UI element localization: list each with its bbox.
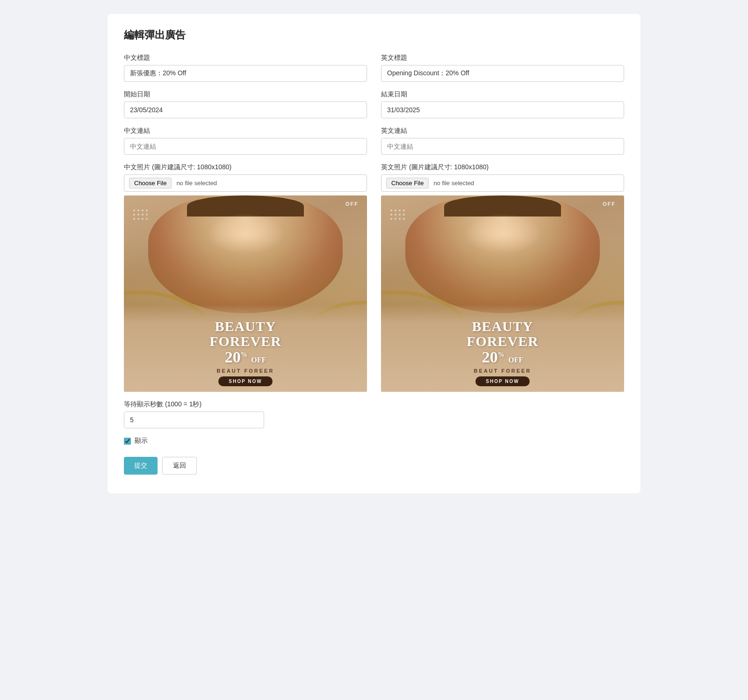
delay-label: 等待顯示秒數 (1000 = 1秒) — [124, 400, 624, 409]
chinese-photo-label: 中文照片 (圖片建議尺寸: 1080x1080) — [124, 163, 367, 172]
eng-dots-decoration — [390, 209, 405, 222]
chinese-no-file-text: no file selected — [176, 180, 217, 187]
delay-input[interactable] — [124, 411, 264, 428]
show-checkbox-label[interactable]: 顯示 — [135, 437, 148, 445]
english-title-input[interactable] — [381, 65, 624, 82]
photo-row: 中文照片 (圖片建議尺寸: 1080x1080) Choose File no … — [124, 163, 624, 392]
eng-ad-main-line1: BEAUTY — [381, 319, 624, 334]
ad-main-line1: BEAUTY — [124, 319, 367, 334]
back-button[interactable]: 返回 — [162, 457, 197, 475]
english-choose-file-button[interactable]: Choose File — [386, 178, 429, 188]
ad-percent: 20% OFF — [124, 348, 367, 366]
english-file-wrapper: Choose File no file selected — [381, 174, 624, 192]
eng-ad-subtitle: BEAUT FOREER — [381, 368, 624, 374]
english-photo-col: 英文照片 (圖片建議尺寸: 1080x1080) Choose File no … — [381, 163, 624, 392]
delay-input-wrapper — [124, 411, 264, 428]
english-photo-label: 英文照片 (圖片建議尺寸: 1080x1080) — [381, 163, 624, 172]
chinese-ad-mockup: OFF BEAUTY FOREVER 20% — [124, 195, 367, 392]
submit-button[interactable]: 提交 — [124, 457, 158, 475]
end-date-label: 結束日期 — [381, 90, 624, 99]
delay-section: 等待顯示秒數 (1000 = 1秒) — [124, 400, 624, 428]
eng-ad-shop-btn: SHOP NOW — [475, 376, 529, 386]
chinese-image-preview: OFF BEAUTY FOREVER 20% — [124, 195, 367, 392]
date-row: 開始日期 結束日期 — [124, 90, 624, 118]
english-link-label: 英文連結 — [381, 127, 624, 135]
show-checkbox[interactable] — [124, 438, 131, 445]
chinese-link-label: 中文連結 — [124, 127, 367, 135]
start-date-col: 開始日期 — [124, 90, 367, 118]
eng-ad-main-line2: FOREVER — [381, 334, 624, 349]
end-date-col: 結束日期 — [381, 90, 624, 118]
chinese-link-col: 中文連結 — [124, 127, 367, 155]
english-ad-mockup: OFF BEAUTY FOREVER 20% OFF — [381, 195, 624, 392]
chinese-title-label: 中文標題 — [124, 54, 367, 62]
chinese-link-input[interactable] — [124, 138, 367, 155]
english-link-col: 英文連結 — [381, 127, 624, 155]
show-row: 顯示 — [124, 437, 624, 445]
link-row: 中文連結 英文連結 — [124, 127, 624, 155]
english-title-label: 英文標題 — [381, 54, 624, 62]
ad-subtitle: BEAUT FOREER — [124, 368, 367, 374]
english-no-file-text: no file selected — [433, 180, 474, 187]
eng-ad-text-area: BEAUTY FOREVER 20% OFF BEAUT FOREER SHOP… — [381, 305, 624, 392]
page-container: 編輯彈出廣告 中文標題 英文標題 開始日期 結束日期 中文連結 英文連結 — [108, 14, 640, 493]
eng-off-badge: OFF — [603, 201, 616, 207]
english-image-preview: OFF BEAUTY FOREVER 20% OFF — [381, 195, 624, 392]
ad-main-line2: FOREVER — [124, 334, 367, 349]
page-title: 編輯彈出廣告 — [124, 28, 624, 42]
start-date-label: 開始日期 — [124, 90, 367, 99]
english-link-input[interactable] — [381, 138, 624, 155]
ad-text-area: BEAUTY FOREVER 20% OFF BEAUT FOREER SHOP… — [124, 305, 367, 392]
chinese-title-col: 中文標題 — [124, 54, 367, 82]
chinese-file-wrapper: Choose File no file selected — [124, 174, 367, 192]
chinese-choose-file-button[interactable]: Choose File — [129, 178, 172, 188]
end-date-input[interactable] — [381, 101, 624, 118]
dots-decoration — [133, 209, 148, 222]
chinese-photo-col: 中文照片 (圖片建議尺寸: 1080x1080) Choose File no … — [124, 163, 367, 392]
chinese-title-input[interactable] — [124, 65, 367, 82]
title-row: 中文標題 英文標題 — [124, 54, 624, 82]
ad-shop-btn: SHOP NOW — [218, 376, 272, 386]
button-row: 提交 返回 — [124, 457, 624, 475]
off-badge: OFF — [345, 201, 359, 207]
english-title-col: 英文標題 — [381, 54, 624, 82]
eng-ad-percent: 20% OFF — [381, 348, 624, 366]
start-date-input[interactable] — [124, 101, 367, 118]
